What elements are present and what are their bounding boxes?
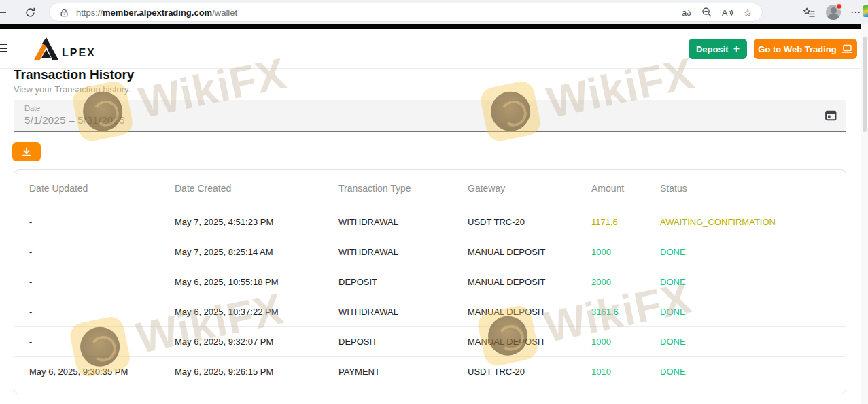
plus-icon: + bbox=[733, 43, 740, 55]
read-aloud-icon: A bbox=[722, 7, 733, 18]
cell-gateway: MANUAL DEPOSIT bbox=[468, 267, 591, 297]
cell-transaction-type: WITHDRAWAL bbox=[338, 207, 468, 237]
svg-text:A: A bbox=[722, 8, 728, 18]
wallet-page: Transaction History View your Transactio… bbox=[0, 67, 860, 404]
laptop-icon bbox=[841, 44, 853, 54]
date-range-value: 5/1/2025 – 5/31/2025 bbox=[24, 114, 125, 126]
collections-icon[interactable] bbox=[801, 5, 816, 20]
zoom-out-icon[interactable] bbox=[698, 4, 716, 20]
cell-date-created: May 6, 2025, 10:37:22 PM bbox=[175, 297, 338, 326]
cell-transaction-type: WITHDRAWAL bbox=[338, 297, 468, 326]
date-range-input[interactable]: Date 5/1/2025 – 5/31/2025 bbox=[14, 100, 846, 132]
cell-amount: 2000 bbox=[591, 267, 660, 297]
collections-icon bbox=[803, 7, 816, 18]
page-scrollbar[interactable] bbox=[861, 24, 868, 404]
url-text[interactable]: https://member.alpextrading.com/wallet bbox=[76, 7, 675, 18]
transaction-table: Date Updated Date Created Transaction Ty… bbox=[14, 170, 846, 386]
cell-date-updated: - bbox=[14, 207, 175, 237]
lock-icon[interactable] bbox=[59, 7, 69, 18]
cell-amount: 1000 bbox=[591, 326, 660, 356]
alpex-triangle-icon bbox=[33, 37, 60, 61]
url-scheme: https:// bbox=[76, 7, 103, 18]
cell-status: DONE bbox=[660, 267, 846, 297]
extension-icon[interactable] bbox=[863, 5, 868, 17]
cell-gateway: USDT TRC-20 bbox=[468, 356, 591, 386]
col-date-created: Date Created bbox=[175, 170, 338, 207]
calendar-icon[interactable] bbox=[825, 110, 837, 121]
top-divider bbox=[0, 24, 868, 29]
table-row: - May 6, 2025, 9:32:07 PM DEPOSIT MANUAL… bbox=[14, 326, 846, 356]
alpex-logo[interactable]: LPEX bbox=[33, 37, 96, 61]
cell-gateway: MANUAL DEPOSIT bbox=[468, 237, 591, 267]
cell-transaction-type: DEPOSIT bbox=[338, 326, 468, 356]
browser-toolbar: https://member.alpextrading.com/wallet a… bbox=[0, 0, 868, 24]
table-row: - May 6, 2025, 10:37:22 PM WITHDRAWAL MA… bbox=[14, 297, 846, 326]
cell-status: DONE bbox=[660, 326, 846, 356]
cell-date-created: May 6, 2025, 9:26:15 PM bbox=[175, 356, 338, 386]
profile-avatar[interactable] bbox=[826, 5, 841, 20]
cell-date-updated: - bbox=[14, 297, 175, 326]
table-row: May 6, 2025, 9:30:35 PM May 6, 2025, 9:2… bbox=[14, 356, 846, 386]
table-row: - May 7, 2025, 4:51:23 PM WITHDRAWAL USD… bbox=[14, 207, 846, 237]
table-row: - May 7, 2025, 8:25:14 AM WITHDRAWAL MAN… bbox=[14, 237, 846, 267]
cell-date-updated: - bbox=[14, 267, 175, 297]
cell-transaction-type: WITHDRAWAL bbox=[338, 237, 468, 267]
cell-status: AWAITING_CONFIRMATION bbox=[660, 207, 846, 237]
cell-date-created: May 7, 2025, 8:25:14 AM bbox=[175, 237, 338, 267]
scrollbar-thumb[interactable] bbox=[863, 37, 867, 132]
cell-status: DONE bbox=[660, 356, 846, 386]
cell-amount: 1171.6 bbox=[591, 207, 660, 237]
read-aloud-icon[interactable]: A bbox=[718, 4, 736, 20]
address-bar[interactable]: https://member.alpextrading.com/wallet a… bbox=[49, 3, 763, 22]
browser-menu-icon[interactable]: ⋯ bbox=[850, 6, 861, 18]
col-gateway: Gateway bbox=[468, 170, 591, 207]
cell-status: DONE bbox=[660, 297, 846, 326]
cell-date-created: May 7, 2025, 4:51:23 PM bbox=[175, 207, 338, 237]
cell-transaction-type: DEPOSIT bbox=[338, 267, 468, 297]
col-date-updated: Date Updated bbox=[14, 170, 175, 207]
cell-date-updated: May 6, 2025, 9:30:35 PM bbox=[14, 356, 175, 386]
col-status: Status bbox=[660, 170, 846, 207]
hamburger-menu-icon[interactable] bbox=[0, 44, 7, 55]
favorite-star-icon[interactable]: ☆ bbox=[739, 4, 757, 20]
cell-gateway: USDT TRC-20 bbox=[468, 207, 591, 237]
refresh-icon bbox=[24, 7, 36, 18]
cell-date-updated: - bbox=[14, 237, 175, 267]
table-header-row: Date Updated Date Created Transaction Ty… bbox=[14, 170, 846, 207]
logo-text: LPEX bbox=[62, 47, 96, 59]
cell-date-created: May 6, 2025, 9:32:07 PM bbox=[175, 326, 338, 356]
cell-amount: 1010 bbox=[591, 356, 660, 386]
go-to-web-trading-button[interactable]: Go to Web Trading bbox=[754, 39, 857, 59]
col-amount: Amount bbox=[591, 170, 660, 207]
url-path: /wallet bbox=[212, 7, 237, 18]
cell-date-created: May 6, 2025, 10:55:18 PM bbox=[175, 267, 338, 297]
cell-gateway: MANUAL DEPOSIT bbox=[468, 326, 591, 356]
download-button[interactable] bbox=[12, 142, 41, 161]
deposit-button[interactable]: Deposit + bbox=[689, 39, 747, 59]
notification-dot bbox=[836, 3, 842, 10]
back-icon[interactable] bbox=[0, 12, 6, 13]
site-header: LPEX Deposit + Go to Web Trading bbox=[0, 29, 868, 69]
cell-gateway: MANUAL DEPOSIT bbox=[468, 297, 591, 326]
col-transaction-type: Transaction Type bbox=[338, 170, 468, 207]
cell-amount: 3161.6 bbox=[591, 297, 660, 326]
cell-transaction-type: PAYMENT bbox=[338, 356, 468, 386]
zoom-out-icon bbox=[701, 7, 712, 18]
transaction-table-card: Date Updated Date Created Transaction Ty… bbox=[14, 169, 846, 394]
translate-icon[interactable]: aა bbox=[678, 4, 695, 20]
refresh-icon[interactable] bbox=[22, 5, 37, 20]
page-subtitle: View your Transaction history. bbox=[14, 84, 131, 95]
cell-status: DONE bbox=[660, 237, 846, 267]
date-label: Date bbox=[24, 104, 40, 112]
page-title: Transaction History bbox=[14, 67, 134, 82]
download-icon bbox=[20, 146, 33, 157]
table-row: - May 6, 2025, 10:55:18 PM DEPOSIT MANUA… bbox=[14, 267, 846, 297]
url-host: member.alpextrading.com bbox=[103, 7, 212, 18]
cell-amount: 1000 bbox=[591, 237, 660, 267]
cell-date-updated: - bbox=[14, 326, 175, 356]
